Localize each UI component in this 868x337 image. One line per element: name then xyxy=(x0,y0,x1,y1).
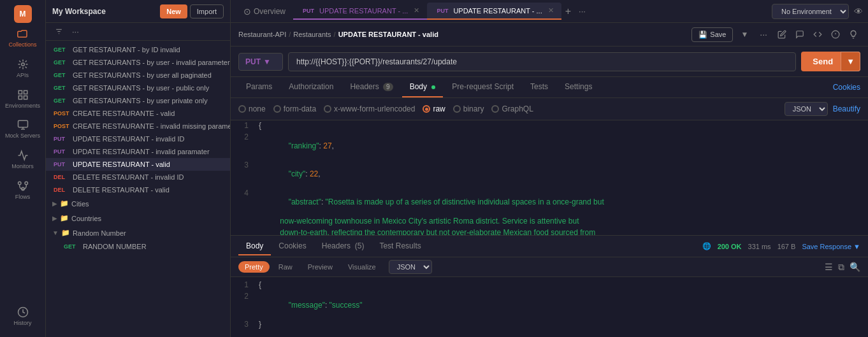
import-button[interactable]: Import xyxy=(190,4,224,18)
format-list-icon-button[interactable]: ☰ xyxy=(825,262,833,273)
info-icon xyxy=(831,30,840,39)
folder-random-label: Random Number xyxy=(73,229,126,237)
format-right-actions: ☰ ⧉ 🔍 xyxy=(825,262,860,273)
comment-button[interactable] xyxy=(793,29,807,40)
tree-item-label: CREATE RESTAURANTE - valid xyxy=(73,110,175,117)
json-type-select[interactable]: JSON xyxy=(785,102,828,116)
tab-put-update-2[interactable]: PUT UPDATE RESTAURANT - ... ✕ xyxy=(427,3,561,20)
tree-item-get-restaurants-private[interactable]: GET GET RESTAURANTS - by user private on… xyxy=(46,94,230,107)
tab-body[interactable]: Body xyxy=(402,77,444,97)
chevron-down-icon: ▼ xyxy=(52,229,59,236)
tab-authorization-label: Authorization xyxy=(289,82,333,91)
request-body-editor[interactable]: 1 { 2 "ranking": 27, 3 "city": 22, 4 "a xyxy=(231,120,868,235)
save-response-button[interactable]: Save Response ▼ xyxy=(802,243,860,250)
method-post: POST xyxy=(54,110,70,117)
response-json-select[interactable]: JSON xyxy=(389,260,432,274)
body-option-binary[interactable]: binary xyxy=(453,104,484,113)
tab-headers[interactable]: Headers 9 xyxy=(342,77,400,97)
search-response-button[interactable]: 🔍 xyxy=(850,262,860,273)
url-input[interactable] xyxy=(288,52,796,71)
save-dropdown-button[interactable]: ▼ xyxy=(737,27,752,41)
tab-authorization[interactable]: Authorization xyxy=(281,77,341,97)
resp-tab-headers[interactable]: Headers (5) xyxy=(314,238,372,255)
breadcrumb-api[interactable]: Restaurant-API xyxy=(238,31,286,38)
code-button[interactable] xyxy=(811,29,825,40)
file-panel-header: My Workspace New Import xyxy=(46,0,230,23)
tab-params[interactable]: Params xyxy=(238,77,280,97)
tree-item-post-create-invalid[interactable]: POST CREATE RESTAURANTE - invalid missin… xyxy=(46,120,230,133)
tree-item-del-delete-valid[interactable]: DEL DELETE RESTAURANT - valid xyxy=(46,183,230,196)
chevron-right-icon: ▶ xyxy=(52,200,57,207)
edit-button[interactable] xyxy=(775,29,789,40)
body-option-form-data[interactable]: form-data xyxy=(273,104,316,113)
save-button[interactable]: 💾 Save xyxy=(691,27,733,42)
cookies-button[interactable]: Cookies xyxy=(833,83,860,92)
send-button[interactable]: Send ▼ xyxy=(801,52,860,71)
tree-item-put-update-invalid-param[interactable]: PUT UPDATE RESTAURANT - invalid paramate… xyxy=(46,145,230,158)
folder-cities[interactable]: ▶ 📁 Cities xyxy=(46,196,230,211)
save-icon: 💾 xyxy=(698,31,707,39)
body-option-none[interactable]: none xyxy=(238,104,266,113)
tree-item-get-restaurants-invalid-params[interactable]: GET GET RESTAURANTS - by user - invalid … xyxy=(46,56,230,69)
tab-settings[interactable]: Settings xyxy=(557,77,600,97)
sidebar-item-environments[interactable]: Environments xyxy=(0,84,45,115)
tab-more-button[interactable]: ··· xyxy=(575,4,590,18)
body-option-urlencoded[interactable]: x-www-form-urlencoded xyxy=(324,104,415,113)
format-visualize-button[interactable]: Visualize xyxy=(342,261,382,273)
filter-button[interactable] xyxy=(52,26,66,37)
beautify-button[interactable]: Beautify xyxy=(833,104,860,113)
tree-item-put-update-valid[interactable]: PUT UPDATE RESTAURANT - valid xyxy=(46,158,230,171)
eye-icon[interactable]: 👁 xyxy=(854,6,863,17)
tab-overview[interactable]: ⊙ Overview xyxy=(236,3,293,20)
sidebar-item-flows[interactable]: Flows xyxy=(0,175,45,206)
sidebar-item-history[interactable]: History xyxy=(0,301,45,332)
panel-more-button[interactable]: ··· xyxy=(69,25,82,38)
tree-item-get-restaurant-invalid[interactable]: GET GET RESTAURANT - by ID invalid xyxy=(46,43,230,56)
resp-tab-test-results[interactable]: Test Results xyxy=(372,238,428,255)
format-pretty-button[interactable]: Pretty xyxy=(238,261,270,273)
tree-item-del-delete-invalid[interactable]: DEL DELETE RESTAURANT - invalid ID xyxy=(46,171,230,183)
method-selector[interactable]: PUT ▼ xyxy=(238,53,283,71)
tab-put-update-1[interactable]: PUT UPDATE RESTAURANT - ... ✕ xyxy=(293,3,427,20)
panel-more-icon: ··· xyxy=(72,27,79,36)
add-tab-button[interactable]: + xyxy=(561,3,575,20)
sidebar-item-collections[interactable]: Collections xyxy=(0,23,45,54)
lightbulb-button[interactable] xyxy=(846,29,860,40)
tree-item-put-update-invalid-id[interactable]: PUT UPDATE RESTAURANT - invalid ID xyxy=(46,133,230,145)
folder-random-number[interactable]: ▼ 📁 Random Number xyxy=(46,226,230,240)
tab-pre-request[interactable]: Pre-request Script xyxy=(444,77,521,97)
breadcrumb-restaurants[interactable]: Restaurants xyxy=(293,31,331,38)
code-line-4: 4 "abstract": "Rosetta is made up of a s… xyxy=(231,188,868,216)
body-option-raw[interactable]: raw xyxy=(423,104,445,113)
close-tab-1-icon[interactable]: ✕ xyxy=(414,6,419,15)
format-preview-button[interactable]: Preview xyxy=(301,261,339,273)
tree-item-label: CREATE RESTAURANTE - invalid missing par… xyxy=(73,122,230,130)
response-panel: Body Cookies Headers (5) Test Results 🌐 … xyxy=(231,235,868,337)
sidebar-item-collections-label: Collections xyxy=(8,41,36,48)
copy-response-button[interactable]: ⧉ xyxy=(838,262,844,273)
tree-item-get-restaurants-public[interactable]: GET GET RESTAURANTS - by user - public o… xyxy=(46,82,230,94)
sidebar-item-monitors[interactable]: Monitors xyxy=(0,145,45,175)
body-option-graphql[interactable]: GraphQL xyxy=(491,104,533,113)
sidebar-item-apis[interactable]: APIs xyxy=(0,54,45,84)
tab-tests[interactable]: Tests xyxy=(523,77,556,97)
info-button[interactable] xyxy=(828,29,843,40)
tree-item-label: DELETE RESTAURANT - invalid ID xyxy=(73,173,184,181)
tree-item-get-restaurants-all-paginated[interactable]: GET GET RESTAURANTS - by user all pagina… xyxy=(46,69,230,82)
tree-item-post-create-valid[interactable]: POST CREATE RESTAURANTE - valid xyxy=(46,107,230,120)
new-button[interactable]: New xyxy=(160,4,187,18)
tree-item-get-random[interactable]: GET RANDOM NUMBER xyxy=(46,240,230,253)
tree-item-label: GET RESTAURANTS - by user - public only xyxy=(73,84,209,92)
resp-tab-body[interactable]: Body xyxy=(238,238,271,255)
resp-tab-cookies[interactable]: Cookies xyxy=(271,238,314,255)
sidebar-item-mock-servers[interactable]: Mock Servers xyxy=(0,114,45,145)
resp-code-line-2: 2 "message": "success" xyxy=(231,291,868,319)
folder-countries[interactable]: ▶ 📁 Countries xyxy=(46,211,230,226)
close-tab-2-icon[interactable]: ✕ xyxy=(548,6,554,15)
breadcrumb-more-button[interactable]: ··· xyxy=(756,27,771,42)
send-dropdown-icon[interactable]: ▼ xyxy=(841,52,860,71)
body-active-dot xyxy=(431,85,435,89)
code-icon xyxy=(813,30,822,39)
format-raw-button[interactable]: Raw xyxy=(272,261,299,273)
environment-select[interactable]: No Environment xyxy=(772,4,849,19)
